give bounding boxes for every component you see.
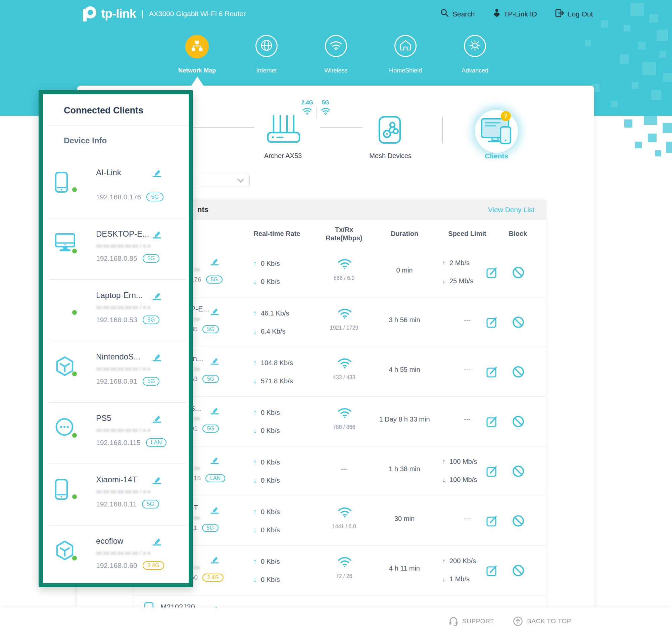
device-list-item[interactable]: PS5 xx:xx:xx:xx:xx:xx / x-x 192.168.0.11…: [43, 410, 189, 472]
device-list-item[interactable]: Laptop-Ern... xx:xx:xx:xx:xx:xx / x-x 19…: [43, 287, 189, 349]
block-button[interactable]: [512, 514, 525, 527]
device-ip: 192.168.0.176: [96, 193, 141, 201]
device-ip: 192.168.0.85: [96, 255, 137, 262]
table-row: Laptop-Ern... xx:xx:xx:xx:xx:xx 192.168.…: [134, 347, 546, 396]
device-mac-blurred: xx:xx:xx:xx:xx:xx / x-x: [96, 366, 150, 372]
panel-title: Connected Clients: [64, 105, 143, 116]
nav-item[interactable]: Advanced: [464, 35, 486, 59]
down-arrow-icon: ↓: [253, 277, 257, 286]
up-arrow-icon: ↑: [253, 408, 257, 417]
rename-pencil-icon[interactable]: [210, 405, 219, 415]
device-ip: 192.168.0.53: [96, 316, 137, 324]
block-button[interactable]: [512, 366, 525, 378]
support-button[interactable]: SUPPORT: [449, 616, 494, 626]
rename-pencil-icon[interactable]: [210, 504, 219, 514]
up-arrow-circle-icon: [513, 616, 523, 626]
device-name: NintendoS...: [96, 351, 140, 362]
txrx-value: 780 / 866: [317, 424, 371, 430]
rename-pencil-icon[interactable]: [152, 290, 162, 300]
txrx-value: 72 / 26: [317, 573, 371, 579]
device-list-item[interactable]: AI-Link 192.168.0.176 5G: [43, 165, 189, 226]
block-button[interactable]: [512, 564, 525, 577]
duration-cell: 4 h 55 min: [371, 366, 438, 374]
block-button[interactable]: [512, 465, 525, 478]
edit-limit-button[interactable]: [486, 366, 498, 378]
edit-limit-button[interactable]: [486, 514, 498, 527]
logo-text: tp-link: [101, 7, 136, 21]
rename-pencil-icon[interactable]: [152, 351, 162, 362]
nav-item-circle: [464, 35, 486, 57]
nav-item[interactable]: HomeShield: [394, 35, 416, 59]
rename-pencil-icon[interactable]: [152, 167, 162, 177]
client-rows: AI-Link xx:xx:xx:xx:xx:xx 192.168.0.176 …: [134, 248, 546, 635]
edit-limit-button[interactable]: [486, 564, 498, 577]
rename-pencil-icon[interactable]: [210, 256, 219, 265]
up-arrow-icon: ↑: [253, 458, 257, 466]
nav-item[interactable]: Internet: [256, 35, 278, 59]
nav-item-label: Wireless: [324, 67, 347, 74]
rename-pencil-icon[interactable]: [152, 474, 162, 484]
edit-limit-button[interactable]: [486, 316, 498, 329]
divider-line: [48, 125, 189, 126]
divider-line: [442, 117, 443, 144]
device-list-item[interactable]: Xiaomi-14T xx:xx:xx:xx:xx:xx / x-x 192.1…: [43, 472, 189, 533]
back-to-top-button[interactable]: BACK TO TOP: [513, 616, 571, 626]
nav-item[interactable]: Network Map: [186, 35, 208, 59]
band-pill: 5G: [146, 193, 164, 201]
band-pill: 2.4G: [143, 561, 165, 570]
col-block: Block: [504, 230, 532, 238]
block-button[interactable]: [512, 266, 525, 279]
clients-node[interactable]: [475, 110, 518, 153]
device-list-item[interactable]: DESKTOP-E... xx:xx:xx:xx:xx:xx / x-x 192…: [43, 226, 189, 287]
router-admin-page: tp-link | AX3000 Gigabit Wi-Fi 6 Router …: [0, 0, 672, 635]
txrx-value: 1441 / 6.0: [317, 524, 371, 530]
up-arrow-icon: ↑: [253, 557, 257, 566]
block-button[interactable]: [512, 316, 525, 329]
logout-icon: [555, 9, 565, 18]
rename-pencil-icon[interactable]: [152, 536, 162, 546]
rename-pencil-icon[interactable]: [210, 455, 219, 464]
wifi-small-icon: [321, 107, 331, 115]
duration-cell: 1 h 38 min: [371, 465, 438, 473]
down-arrow-icon: ↓: [442, 277, 446, 285]
router-icon[interactable]: [267, 115, 300, 145]
mesh-devices-icon[interactable]: [378, 116, 401, 144]
network-map-icon: [191, 40, 203, 52]
band-pill: 5G: [202, 375, 219, 383]
txrx-value: 433 / 433: [317, 375, 371, 380]
rename-pencil-icon[interactable]: [210, 306, 219, 315]
device-name: AI-Link: [96, 167, 121, 178]
block-button[interactable]: [512, 415, 525, 428]
device-list-item[interactable]: ecoflow xx:xx:xx:xx:xx:xx / x-x 192.168.…: [43, 533, 189, 583]
col-realtime-rate: Real-time Rate: [245, 230, 309, 238]
header-link[interactable]: TP-Link ID: [493, 9, 537, 19]
nav-item-circle: [185, 35, 209, 59]
rename-pencil-icon[interactable]: [152, 413, 162, 423]
edit-limit-button[interactable]: [486, 465, 498, 478]
tplink-logo-icon: [78, 5, 98, 23]
device-name: DESKTOP-E...: [96, 228, 149, 239]
signal-wifi-icon: [337, 307, 352, 320]
device-list-item[interactable]: NintendoS... xx:xx:xx:xx:xx:xx / x-x 192…: [43, 349, 189, 410]
down-arrow-icon: ↓: [253, 327, 257, 336]
device-mac-blurred: xx:xx:xx:xx:xx:xx / x-x: [96, 427, 150, 434]
rename-pencil-icon[interactable]: [210, 355, 219, 365]
rename-pencil-icon[interactable]: [152, 228, 162, 239]
band-pill: 5G: [143, 377, 160, 386]
band-pill: 5G: [202, 424, 219, 433]
game-console-icon: [55, 540, 74, 561]
edit-limit-button[interactable]: [486, 266, 498, 279]
view-deny-list-link[interactable]: View Deny List: [488, 200, 534, 220]
clients-table-card: nts View Deny List Real-time Rate Tx/RxR…: [134, 200, 546, 614]
header-link[interactable]: Log Out: [555, 9, 593, 19]
device-mac-blurred: xx:xx:xx:xx:xx:xx / x-x: [96, 304, 150, 311]
header-link[interactable]: Search: [440, 9, 475, 19]
txrx-dash: ---: [317, 465, 371, 473]
duration-cell: 0 min: [371, 266, 438, 274]
rename-pencil-icon[interactable]: [210, 554, 219, 564]
nav-item[interactable]: Wireless: [325, 35, 347, 59]
edit-limit-button[interactable]: [486, 415, 498, 428]
clients-label: Clients: [485, 152, 508, 160]
up-arrow-icon: ↑: [253, 507, 257, 516]
table-row: NintendoS... xx:xx:xx:xx:xx:xx 192.168.0…: [134, 396, 546, 446]
